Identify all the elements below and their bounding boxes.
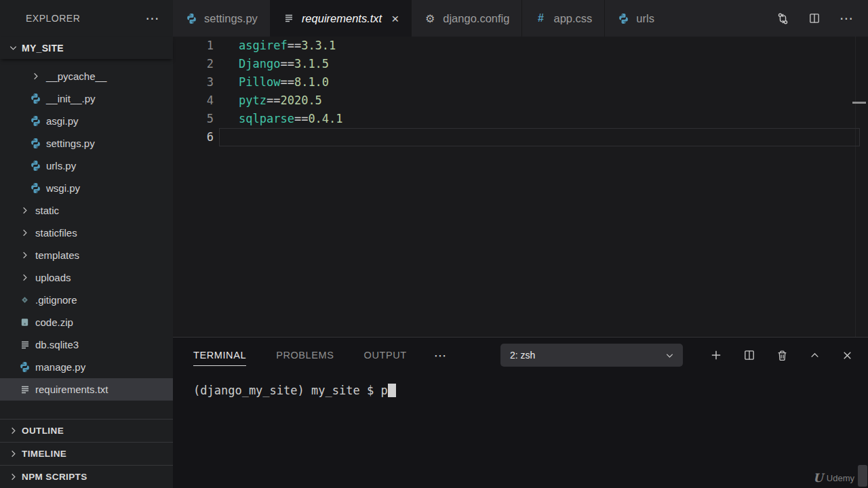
tree-item-asgi-py[interactable]: asgi.py xyxy=(0,110,173,132)
python-icon xyxy=(30,93,41,104)
terminal-scrollbar[interactable] xyxy=(858,465,867,487)
tree-item-manage-py[interactable]: manage.py xyxy=(0,356,173,378)
section-outline[interactable]: OUTLINE xyxy=(0,419,173,442)
line-number: 4 xyxy=(173,92,214,110)
tree-item-label: asgi.py xyxy=(46,115,79,127)
tree-item-staticfiles[interactable]: staticfiles xyxy=(0,222,173,244)
more-actions-icon[interactable]: ⋯ xyxy=(840,12,853,25)
panel-tab-terminal[interactable]: TERMINAL xyxy=(193,344,246,366)
terminal-shell-select[interactable]: 2: zsh xyxy=(500,344,683,367)
panel-tab-problems[interactable]: PROBLEMS xyxy=(276,344,334,366)
panel-more-icon[interactable]: ⋯ xyxy=(434,349,447,362)
code-line-2[interactable]: 2Django==3.1.5 xyxy=(173,55,868,73)
tree-item-label: __pycache__ xyxy=(46,70,106,82)
python-icon xyxy=(30,138,41,149)
tree-item-init-py[interactable]: __init__.py xyxy=(0,87,173,110)
open-changes-icon[interactable] xyxy=(776,12,789,25)
tree-item-requirements-txt[interactable]: requirements.txt xyxy=(0,378,173,401)
explorer-more-icon[interactable]: ⋯ xyxy=(146,12,160,25)
tab-app-css[interactable]: #app.css xyxy=(522,0,605,37)
line-content: pytz==2020.5 xyxy=(239,92,322,110)
line-content: sqlparse==0.4.1 xyxy=(239,110,343,128)
tree-item-wsgi-py[interactable]: wsgi.py xyxy=(0,177,173,199)
tab-urls[interactable]: urls xyxy=(605,0,667,37)
chevron-right-icon xyxy=(19,249,31,261)
shell-select-value: 2: zsh xyxy=(510,350,535,361)
terminal-cwd: my_site xyxy=(311,384,360,397)
split-terminal-icon[interactable] xyxy=(743,349,755,361)
tree-item-label: code.zip xyxy=(35,317,73,328)
explorer-title: EXPLORER xyxy=(26,13,80,24)
code-line-6[interactable]: 6 xyxy=(173,128,868,146)
line-number: 1 xyxy=(173,37,214,55)
panel-actions xyxy=(710,349,853,361)
tab-django-config[interactable]: ⚙django.config xyxy=(412,0,522,37)
section-label: OUTLINE xyxy=(22,426,64,436)
tree-item-pycache[interactable]: __pycache__ xyxy=(0,65,173,87)
code-line-5[interactable]: 5sqlparse==0.4.1 xyxy=(173,110,868,128)
explorer-header: EXPLORER ⋯ xyxy=(0,0,173,37)
lines-icon xyxy=(19,339,31,350)
tree-item-code-zip[interactable]: code.zip xyxy=(0,311,173,333)
line-number: 3 xyxy=(173,73,214,92)
udemy-watermark: U Udemy xyxy=(813,471,854,485)
tree-item-label: urls.py xyxy=(46,160,76,171)
split-editor-icon[interactable] xyxy=(808,12,821,24)
panel-tabs: TERMINALPROBLEMSOUTPUT xyxy=(193,344,407,366)
line-number: 2 xyxy=(173,55,214,73)
new-terminal-icon[interactable] xyxy=(710,349,722,361)
sidebar-sections: OUTLINETIMELINENPM SCRIPTS xyxy=(0,419,173,488)
tree-item-label: uploads xyxy=(35,272,71,283)
tab-settings-py[interactable]: settings.py xyxy=(173,0,271,37)
code-editor[interactable]: 1asgiref==3.3.12Django==3.1.53Pillow==8.… xyxy=(173,37,868,337)
editor-actions: ⋯ xyxy=(767,0,868,37)
tree-item-label: staticfiles xyxy=(35,227,77,239)
terminal-input-area[interactable]: (django_my_site) my_site $ p xyxy=(173,373,868,397)
section-timeline[interactable]: TIMELINE xyxy=(0,442,173,465)
tab-requirements-txt[interactable]: requirements.txt× xyxy=(271,0,412,37)
tree-item-label: __init__.py xyxy=(46,93,96,104)
code-line-4[interactable]: 4pytz==2020.5 xyxy=(173,92,868,110)
tree-item-label: settings.py xyxy=(46,138,95,149)
maximize-panel-icon[interactable] xyxy=(809,350,821,361)
chevron-right-icon xyxy=(7,426,19,436)
tab-label: django.config xyxy=(443,12,509,25)
tree-item-uploads[interactable]: uploads xyxy=(0,266,173,289)
kill-terminal-icon[interactable] xyxy=(776,350,788,361)
tree-item-templates[interactable]: templates xyxy=(0,244,173,266)
project-root-my-site[interactable]: MY_SITE xyxy=(0,37,173,59)
tree-item-label: wsgi.py xyxy=(46,182,80,194)
python-icon xyxy=(30,182,41,194)
chevron-right-icon xyxy=(7,472,19,482)
terminal-cursor xyxy=(388,384,396,397)
lines-icon xyxy=(19,384,31,395)
tree-item-label: db.sqlite3 xyxy=(35,339,79,350)
tab-label: urls xyxy=(636,12,654,25)
code-line-3[interactable]: 3Pillow==8.1.0 xyxy=(173,73,868,92)
close-panel-icon[interactable] xyxy=(842,350,853,361)
udemy-logo-icon: U xyxy=(813,471,823,485)
tree-item-db-sqlite3[interactable]: db.sqlite3 xyxy=(0,333,173,356)
close-icon[interactable]: × xyxy=(391,12,399,25)
terminal-prompt-symbol: $ xyxy=(367,384,374,397)
panel-tab-output[interactable]: OUTPUT xyxy=(364,344,407,366)
section-label: TIMELINE xyxy=(22,449,66,459)
tree-item-urls-py[interactable]: urls.py xyxy=(0,155,173,177)
tab-label: app.css xyxy=(553,12,592,25)
tree-item-settings-py[interactable]: settings.py xyxy=(0,132,173,155)
tree-item-label: templates xyxy=(35,249,79,261)
code-line-1[interactable]: 1asgiref==3.3.1 xyxy=(173,37,868,55)
chevron-right-icon xyxy=(7,449,19,459)
chevron-right-icon xyxy=(30,70,41,82)
chevron-right-icon xyxy=(19,227,31,239)
tree-item-gitignore[interactable]: .gitignore xyxy=(0,289,173,311)
tree-item-static[interactable]: static xyxy=(0,199,173,222)
line-number: 5 xyxy=(173,110,214,128)
tree-item-label: requirements.txt xyxy=(35,384,108,395)
terminal-typed-text: p xyxy=(380,384,387,397)
python-icon xyxy=(30,115,41,127)
chevron-right-icon xyxy=(19,272,31,283)
section-npm-scripts[interactable]: NPM SCRIPTS xyxy=(0,465,173,488)
line-number: 6 xyxy=(173,128,214,146)
gear-icon: ⚙ xyxy=(424,12,436,24)
